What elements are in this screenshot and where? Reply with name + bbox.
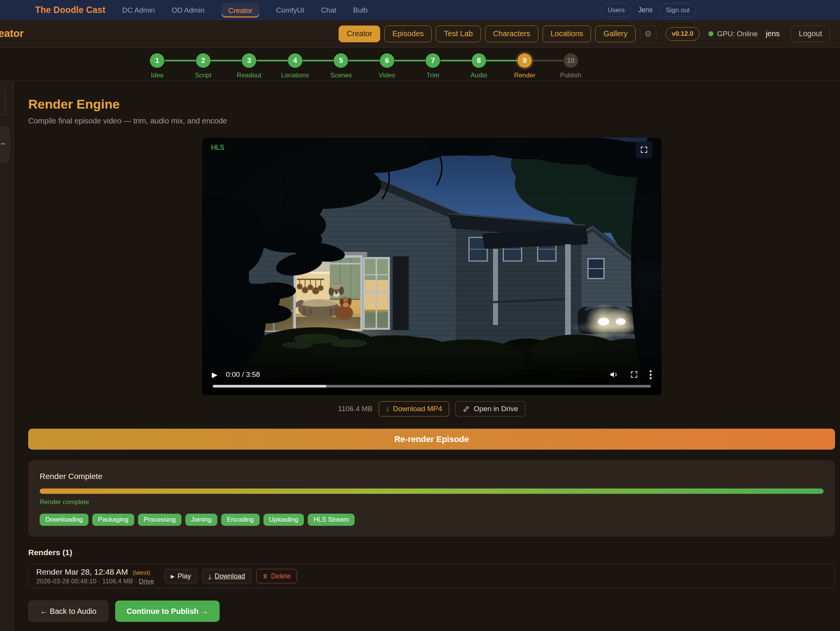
renders-heading: Renders (1) [28, 548, 835, 557]
more-options-icon[interactable] [650, 370, 652, 379]
topnav-item-dc-admin[interactable]: DC Admin [122, 6, 155, 14]
topnav-item-creator[interactable]: Creator [222, 3, 259, 18]
fullscreen-icon[interactable] [630, 370, 638, 379]
step-number[interactable]: 2 [196, 53, 210, 68]
gpu-status: GPU: Online [708, 30, 758, 38]
step-label: Scenes [318, 72, 364, 79]
step-number[interactable]: 10 [564, 53, 578, 68]
stage-chip-hls-stream: HLS Stream [308, 514, 355, 526]
volume-icon[interactable] [609, 370, 618, 379]
open-in-drive-button[interactable]: Open in Drive [455, 401, 525, 416]
topnav-item-comfyui[interactable]: ComfyUI [276, 6, 304, 14]
file-size: 1106.4 MB [338, 405, 373, 413]
step-number[interactable]: 5 [334, 53, 348, 68]
step-publish[interactable]: 10Publish [548, 48, 594, 79]
header-nav-test-lab[interactable]: Test Lab [436, 26, 481, 42]
signout-button[interactable]: Sign out [659, 3, 696, 17]
step-readout[interactable]: 3Readout [226, 48, 272, 79]
stepper-steps: 1Idea2Script3Readout4Locations5Scenes6Vi… [134, 48, 594, 79]
step-label: Idea [134, 72, 180, 79]
step-render[interactable]: 9Render [502, 48, 548, 79]
rail-clipped-panel[interactable]: .. [0, 126, 10, 163]
header-nav-locations[interactable]: Locations [543, 26, 591, 42]
topnav-item-chat[interactable]: Chat [321, 6, 336, 14]
step-number[interactable]: 8 [472, 53, 486, 68]
step-script[interactable]: 2Script [180, 48, 226, 79]
step-number[interactable]: 6 [380, 53, 394, 68]
step-label: Render [502, 72, 548, 79]
version-badge: v0.12.0 [665, 27, 700, 41]
top-navbar: The Doodle Cast DC AdminOD AdminCreatorC… [0, 0, 840, 20]
render-status-card: Render Complete Render complete Download… [28, 460, 835, 537]
hls-badge: HLS [211, 144, 225, 152]
drive-link[interactable]: Drive [139, 578, 154, 585]
header-nav-characters[interactable]: Characters [485, 26, 538, 42]
download-mp4-button[interactable]: ↓ Download MP4 [379, 401, 449, 416]
step-label: Script [180, 72, 226, 79]
step-number[interactable]: 3 [242, 53, 256, 68]
render-status-title: Render Complete [40, 472, 824, 481]
rerender-episode-button[interactable]: Re-render Episode [28, 429, 835, 450]
app-header: Creator CreatorEpisodesTest LabCharacter… [0, 20, 840, 48]
video-progress-bar[interactable] [213, 385, 651, 388]
play-icon[interactable]: ▶ [212, 370, 218, 379]
back-to-audio-button[interactable]: ← Back to Audio [28, 601, 108, 622]
stage-chip-encoding: Encoding [221, 514, 260, 526]
stage-chip-uploading: Uploading [263, 514, 304, 526]
step-label: Trim [410, 72, 456, 79]
header-nav-creator[interactable]: Creator [339, 26, 380, 42]
video-player[interactable]: HLS ▶ 0:00 / 3:58 [202, 138, 662, 395]
rail-clipped-button[interactable] [0, 88, 6, 115]
header-nav-episodes[interactable]: Episodes [384, 26, 432, 42]
step-number[interactable]: 1 [150, 53, 164, 68]
open-in-drive-label: Open in Drive [474, 405, 518, 413]
topnav-item-od-admin[interactable]: OD Admin [172, 6, 205, 14]
workflow-stepper: 1Idea2Script3Readout4Locations5Scenes6Vi… [0, 48, 840, 81]
page-title: Render Engine [28, 97, 835, 112]
step-locations[interactable]: 4Locations [272, 48, 318, 79]
step-audio[interactable]: 8Audio [456, 48, 502, 79]
step-idea[interactable]: 1Idea [134, 48, 180, 79]
latest-badge: (latest) [133, 569, 150, 576]
step-number[interactable]: 9 [517, 53, 532, 68]
render-progress-bar [40, 488, 824, 494]
download-icon: ↓ [386, 405, 390, 413]
render-stage-chips: DownloadingPackagingProcessingJoiningEnc… [40, 514, 824, 526]
app-header-nav: CreatorEpisodesTest LabCharactersLocatio… [339, 26, 635, 42]
stage-chip-joining: Joining [185, 514, 217, 526]
left-rail: .. [0, 81, 14, 631]
stage-chip-downloading: Downloading [40, 514, 88, 526]
header-username: jens [766, 29, 780, 38]
render-progress-fill [40, 488, 824, 494]
download-render-button[interactable]: ↓ Download [202, 569, 251, 583]
render-list-item: Render Mar 28, 12:48 AM (latest) 2026-03… [28, 564, 835, 588]
step-scenes[interactable]: 5Scenes [318, 48, 364, 79]
player-wrap: HLS ▶ 0:00 / 3:58 [202, 138, 662, 395]
step-number[interactable]: 7 [426, 53, 440, 68]
play-render-label: Play [178, 572, 191, 580]
delete-render-button[interactable]: Delete [256, 569, 297, 583]
topnav-item-bulb[interactable]: Bulb [353, 6, 368, 14]
player-expand-button[interactable] [636, 141, 652, 158]
step-trim[interactable]: 7Trim [410, 48, 456, 79]
download-icon: ↓ [208, 572, 212, 580]
stage-chip-processing: Processing [138, 514, 181, 526]
brand-logo: The Doodle Cast [35, 5, 105, 15]
settings-button[interactable]: ⚙ [640, 26, 657, 42]
download-mp4-label: Download MP4 [393, 405, 442, 413]
continue-to-publish-button[interactable]: Continue to Publish → [115, 601, 220, 622]
render-status-message: Render complete [40, 498, 824, 506]
video-progress-fill [213, 385, 327, 388]
file-actions-row: 1106.4 MB ↓ Download MP4 Open in Drive [28, 401, 835, 416]
step-label: Audio [456, 72, 502, 79]
play-render-button[interactable]: ▶ Play [165, 569, 197, 583]
step-label: Readout [226, 72, 272, 79]
step-label: Publish [548, 72, 594, 79]
header-nav-gallery[interactable]: Gallery [595, 26, 635, 42]
render-item-meta-text: 2026-03-28 00:48:10 · 1106.4 MB · [36, 578, 137, 585]
step-video[interactable]: 6Video [364, 48, 410, 79]
logout-button[interactable]: Logout [791, 26, 830, 42]
step-number[interactable]: 4 [288, 53, 302, 68]
app-logo-clipped: Creator [0, 26, 24, 42]
users-button[interactable]: Users [601, 3, 631, 17]
